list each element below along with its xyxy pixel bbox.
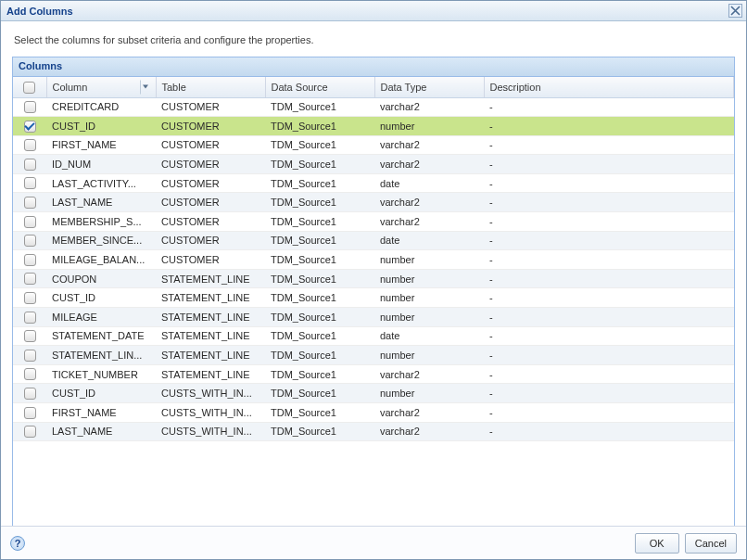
help-icon: ? <box>15 538 21 549</box>
cell-table: CUSTOMER <box>156 173 265 193</box>
cell-desc: - <box>484 173 734 193</box>
cell-table: CUSTOMER <box>156 193 265 212</box>
row-checkbox-cell[interactable] <box>13 346 46 365</box>
close-button[interactable] <box>728 4 742 18</box>
cell-table: STATEMENT_LINE <box>156 364 265 384</box>
header-table-label: Table <box>162 82 186 93</box>
row-checkbox-cell[interactable] <box>13 155 46 174</box>
row-checkbox-cell[interactable] <box>13 288 46 308</box>
cell-source: TDM_Source1 <box>265 288 374 308</box>
header-column[interactable]: Column <box>46 77 156 97</box>
table-row[interactable]: ID_NUMCUSTOMERTDM_Source1varchar2- <box>13 155 734 174</box>
checkbox-icon <box>24 101 36 113</box>
sort-dropdown-icon[interactable] <box>140 80 150 94</box>
cell-column: CREDITCARD <box>46 97 156 117</box>
cell-desc: - <box>484 403 734 423</box>
checkbox-icon <box>24 159 36 171</box>
cell-type: date <box>374 231 484 250</box>
row-checkbox-cell[interactable] <box>13 422 46 441</box>
table-row[interactable]: LAST_ACTIVITY...CUSTOMERTDM_Source1date- <box>13 173 734 193</box>
row-checkbox-cell[interactable] <box>13 403 46 423</box>
columns-panel-title: Columns <box>13 57 734 77</box>
cell-source: TDM_Source1 <box>265 326 374 346</box>
table-row[interactable]: MILEAGESTATEMENT_LINETDM_Source1number- <box>13 308 734 327</box>
row-checkbox-cell[interactable] <box>13 308 46 327</box>
dialog-content: Select the columns for subset criteria a… <box>1 21 746 527</box>
header-data-source[interactable]: Data Source <box>265 77 374 97</box>
cell-column: STATEMENT_DATE <box>46 326 156 346</box>
table-row[interactable]: FIRST_NAMECUSTS_WITH_IN...TDM_Source1var… <box>13 403 734 423</box>
cell-type: number <box>374 117 484 136</box>
row-checkbox-cell[interactable] <box>13 231 46 250</box>
row-checkbox-cell[interactable] <box>13 326 46 346</box>
table-row[interactable]: MILEAGE_BALAN...CUSTOMERTDM_Source1numbe… <box>13 250 734 270</box>
table-row[interactable]: LAST_NAMECUSTOMERTDM_Source1varchar2- <box>13 193 734 212</box>
cell-table: STATEMENT_LINE <box>156 326 265 346</box>
cell-desc: - <box>484 155 734 174</box>
header-description-label: Description <box>490 82 541 93</box>
cell-column: FIRST_NAME <box>46 403 156 423</box>
cell-type: number <box>374 346 484 365</box>
row-checkbox-cell[interactable] <box>13 384 46 403</box>
table-row[interactable]: FIRST_NAMECUSTOMERTDM_Source1varchar2- <box>13 135 734 155</box>
columns-table: Column Table Data Source Data Type Descr… <box>13 77 734 441</box>
cell-source: TDM_Source1 <box>265 346 374 365</box>
header-table[interactable]: Table <box>156 77 265 97</box>
table-row[interactable]: CUST_IDSTATEMENT_LINETDM_Source1number- <box>13 288 734 308</box>
checkbox-icon <box>24 292 36 304</box>
cell-type: number <box>374 269 484 288</box>
header-data-type[interactable]: Data Type <box>374 77 484 97</box>
cell-column: TICKET_NUMBER <box>46 364 156 384</box>
cell-table: CUSTS_WITH_IN... <box>156 403 265 423</box>
table-row[interactable]: COUPONSTATEMENT_LINETDM_Source1number- <box>13 269 734 288</box>
cell-table: STATEMENT_LINE <box>156 346 265 365</box>
cell-column: MEMBERSHIP_S... <box>46 212 156 232</box>
cell-source: TDM_Source1 <box>265 269 374 288</box>
table-row[interactable]: LAST_NAMECUSTS_WITH_IN...TDM_Source1varc… <box>13 422 734 441</box>
table-row[interactable]: CUST_IDCUSTOMERTDM_Source1number- <box>13 117 734 136</box>
header-description[interactable]: Description <box>484 77 734 97</box>
row-checkbox-cell[interactable] <box>13 212 46 232</box>
table-row[interactable]: TICKET_NUMBERSTATEMENT_LINETDM_Source1va… <box>13 364 734 384</box>
row-checkbox-cell[interactable] <box>13 135 46 155</box>
row-checkbox-cell[interactable] <box>13 97 46 117</box>
table-row[interactable]: CUST_IDCUSTS_WITH_IN...TDM_Source1number… <box>13 384 734 403</box>
table-row[interactable]: CREDITCARDCUSTOMERTDM_Source1varchar2- <box>13 97 734 117</box>
cell-table: CUSTOMER <box>156 212 265 232</box>
cell-type: date <box>374 173 484 193</box>
cell-type: varchar2 <box>374 212 484 232</box>
checkbox-icon <box>24 121 36 133</box>
checkbox-icon <box>24 197 36 209</box>
cell-column: FIRST_NAME <box>46 135 156 155</box>
checkbox-icon <box>24 216 36 228</box>
table-row[interactable]: MEMBERSHIP_S...CUSTOMERTDM_Source1varcha… <box>13 212 734 232</box>
cancel-button[interactable]: Cancel <box>685 533 737 554</box>
row-checkbox-cell[interactable] <box>13 117 46 136</box>
help-button[interactable]: ? <box>10 536 25 551</box>
header-select-all[interactable] <box>13 77 46 97</box>
cell-table: CUSTOMER <box>156 97 265 117</box>
row-checkbox-cell[interactable] <box>13 250 46 270</box>
table-row[interactable]: STATEMENT_DATESTATEMENT_LINETDM_Source1d… <box>13 326 734 346</box>
cell-desc: - <box>484 97 734 117</box>
table-row[interactable]: MEMBER_SINCE...CUSTOMERTDM_Source1date- <box>13 231 734 250</box>
cell-source: TDM_Source1 <box>265 193 374 212</box>
row-checkbox-cell[interactable] <box>13 173 46 193</box>
checkbox-icon <box>24 350 36 362</box>
cell-column: ID_NUM <box>46 155 156 174</box>
checkbox-icon <box>24 254 36 266</box>
row-checkbox-cell[interactable] <box>13 364 46 384</box>
cell-desc: - <box>484 212 734 232</box>
cell-desc: - <box>484 231 734 250</box>
cell-table: CUSTS_WITH_IN... <box>156 384 265 403</box>
row-checkbox-cell[interactable] <box>13 193 46 212</box>
table-row[interactable]: STATEMENT_LIN...STATEMENT_LINETDM_Source… <box>13 346 734 365</box>
header-data-source-label: Data Source <box>272 82 328 93</box>
row-checkbox-cell[interactable] <box>13 269 46 288</box>
columns-grid-scroll[interactable]: Column Table Data Source Data Type Descr… <box>13 77 734 526</box>
cell-table: CUSTOMER <box>156 155 265 174</box>
ok-button[interactable]: OK <box>635 533 679 554</box>
cell-source: TDM_Source1 <box>265 422 374 441</box>
cell-column: MILEAGE_BALAN... <box>46 250 156 270</box>
cell-type: varchar2 <box>374 364 484 384</box>
